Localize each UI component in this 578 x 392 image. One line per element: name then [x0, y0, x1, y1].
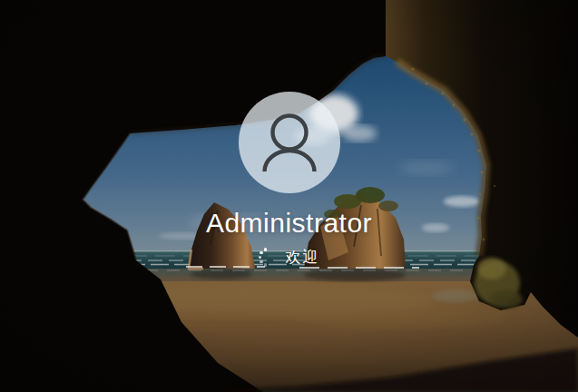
spinning-dots-loader-icon	[259, 248, 279, 268]
welcome-status: 欢迎	[259, 247, 320, 268]
welcome-text: 欢迎	[286, 247, 320, 268]
user-name: Administrator	[206, 208, 372, 239]
user-tile[interactable]: Administrator 欢迎	[0, 92, 578, 268]
user-avatar[interactable]	[239, 92, 340, 193]
welcome-screen: Administrator 欢迎	[0, 0, 578, 392]
person-outline-icon	[239, 92, 340, 193]
